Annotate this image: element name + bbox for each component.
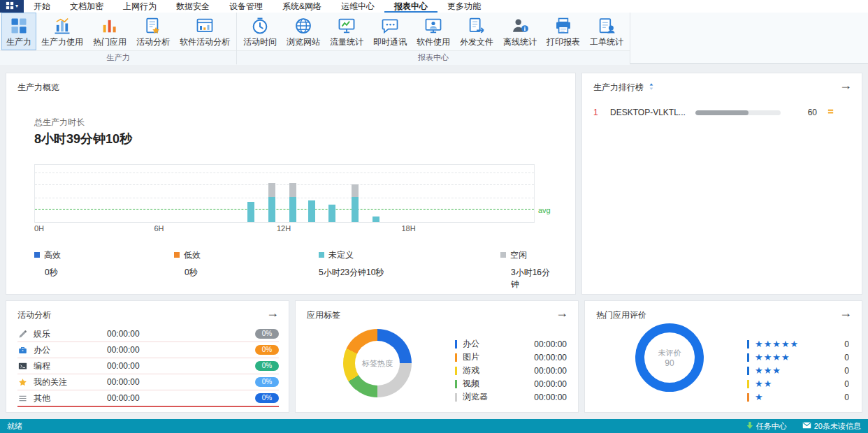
chart-bar: [328, 165, 335, 222]
ribbon-button-label: 工单统计: [590, 36, 623, 48]
legend-value: 0秒: [185, 267, 201, 279]
card-title: 活动分析: [17, 309, 51, 321]
menu-tab-更多功能[interactable]: 更多功能: [437, 0, 491, 13]
card-title: 生产力排行榜: [593, 82, 654, 94]
tag-label: 浏览器: [463, 391, 488, 403]
computer-name: DESKTOP-VLKTL...: [610, 108, 695, 117]
traffic-stats-icon: [337, 16, 356, 36]
legend-value: 0秒: [45, 267, 61, 279]
open-arrow-icon[interactable]: →: [839, 307, 852, 319]
activity-time: 00:00:00: [107, 377, 191, 387]
ribbon-button-productivity[interactable]: 生产力: [1, 13, 36, 50]
ribbon-button-activity-analysis[interactable]: 活动分析: [131, 13, 175, 50]
menu-tab-运维中心[interactable]: 运维中心: [331, 0, 384, 13]
app-menu-button[interactable]: ▾: [0, 0, 24, 13]
focus-icon: [17, 377, 28, 388]
activity-percent-badge: 0%: [255, 377, 279, 387]
menu-tab-文档加密[interactable]: 文档加密: [60, 0, 113, 13]
menu-tab-设备管理[interactable]: 设备管理: [219, 0, 273, 13]
gridline: [35, 198, 534, 198]
detail-icon[interactable]: [827, 108, 834, 117]
star-icons: ★: [755, 392, 764, 402]
entertainment-icon: [17, 329, 28, 339]
hot-apps-icon: [100, 16, 120, 36]
x-tick-label: 0H: [34, 224, 44, 233]
ribbon-button-activity-time[interactable]: 活动时间: [238, 13, 282, 50]
menu-tab-开始[interactable]: 开始: [24, 0, 60, 13]
menu-tab-系统&网络[interactable]: 系统&网络: [273, 0, 331, 13]
legend-swatch: [319, 252, 324, 258]
ribbon-button-print-report[interactable]: 打印报表: [542, 13, 585, 50]
ribbon-group-label: 生产力: [0, 50, 236, 65]
legend-label: 高效: [44, 250, 61, 260]
ribbon-group-1: 生产力生产力使用热门应用活动分析软件活动分析生产力: [0, 13, 237, 63]
ribbon-button-work-order[interactable]: 工单统计: [585, 13, 628, 50]
legend-label: 空闲: [510, 250, 527, 260]
task-center-button[interactable]: 任务中心: [746, 421, 787, 432]
x-tick-label: 6H: [154, 224, 164, 233]
ribbon-button-productivity-usage[interactable]: 生产力使用: [36, 13, 88, 50]
legend-marker: [747, 393, 749, 402]
productivity-icon: [9, 16, 29, 36]
menu-bar: ▾ 开始文档加密上网行为数据安全设备管理系统&网络运维中心报表中心更多功能: [0, 0, 868, 13]
ribbon-button-label: 软件使用: [417, 36, 450, 48]
unread-messages-label: 20条未读信息: [814, 421, 861, 432]
software-activity-icon: [195, 16, 215, 36]
ribbon-button-browse-web[interactable]: 浏览网站: [282, 13, 325, 50]
ribbon-button-hot-apps[interactable]: 热门应用: [88, 13, 131, 50]
chart-legend: 高效0秒低效0秒未定义5小时23分钟10秒空闲3小时16分钟: [34, 249, 551, 284]
tag-time: 00:00:00: [534, 353, 567, 362]
chart-bar: [372, 165, 379, 222]
bar-segment-idle: [289, 183, 296, 197]
activity-percent-badge: 0%: [255, 345, 279, 355]
bar-segment-idle: [268, 183, 275, 197]
chart-bar: [268, 165, 275, 222]
rating-row-3-star: ★★★0: [747, 364, 849, 377]
legend-marker: [455, 340, 457, 348]
activity-label: 其他: [34, 392, 107, 404]
menu-tab-上网行为[interactable]: 上网行为: [113, 0, 166, 13]
rating-count: 0: [844, 366, 849, 376]
ribbon-button-software-usage[interactable]: 软件使用: [412, 13, 455, 50]
download-arrow-icon: [746, 421, 753, 431]
ranking-row[interactable]: 1 DESKTOP-VLKTL... 60: [593, 105, 852, 119]
activity-label: 办公: [34, 344, 107, 356]
open-arrow-icon[interactable]: →: [556, 307, 568, 319]
activity-time: 00:00:00: [107, 361, 191, 371]
rating-row-2-star: ★★0: [747, 377, 849, 390]
tags-donut: 标签热度: [343, 329, 412, 397]
activity-row-编程[interactable]: 编程00:00:000%: [17, 358, 279, 374]
tags-legend: 办公00:00:00图片00:00:00游戏00:00:00视频00:00:00…: [455, 337, 567, 404]
activity-analysis-icon: [143, 16, 163, 36]
mail-icon: [802, 422, 811, 430]
app-rating-card: 热门应用评价 → 未评价 90 ★★★★★0★★★★0★★★0★★0★0: [584, 300, 862, 413]
ribbon-button-label: 外发文件: [460, 36, 493, 48]
other-icon: [17, 393, 28, 404]
x-tick-label: 12H: [277, 224, 291, 233]
menu-tab-报表中心[interactable]: 报表中心: [384, 0, 437, 13]
total-productivity-label: 总生产力时长: [34, 117, 85, 129]
open-arrow-icon[interactable]: →: [839, 79, 852, 91]
rating-row-1-star: ★0: [747, 390, 849, 404]
ribbon-button-offline-stats[interactable]: 离线统计: [498, 13, 542, 50]
sort-icon[interactable]: [649, 83, 654, 93]
activity-row-我的关注[interactable]: 我的关注00:00:000%: [17, 374, 279, 390]
app-menu-grid-icon: [6, 0, 14, 13]
unread-messages-button[interactable]: 20条未读信息: [802, 421, 861, 432]
activity-row-其他[interactable]: 其他00:00:000%: [17, 390, 279, 407]
ribbon-button-software-activity[interactable]: 软件活动分析: [175, 13, 235, 50]
ribbon-button-label: 生产力: [6, 36, 31, 48]
gridline: [35, 173, 534, 173]
ribbon-button-outgoing-files[interactable]: 外发文件: [455, 13, 498, 50]
activity-row-娱乐[interactable]: 娱乐00:00:000%: [17, 326, 279, 342]
activity-time: 00:00:00: [107, 393, 191, 403]
menu-tab-数据安全[interactable]: 数据安全: [166, 0, 219, 13]
ribbon-button-traffic-stats[interactable]: 流量统计: [325, 13, 368, 50]
ribbon-button-instant-messaging[interactable]: 即时通讯: [368, 13, 412, 50]
activity-row-办公[interactable]: 办公00:00:000%: [17, 342, 279, 358]
status-bar: 就绪 任务中心 20条未读信息: [0, 419, 868, 433]
open-arrow-icon[interactable]: →: [266, 307, 279, 319]
rating-count: 0: [844, 392, 849, 402]
tag-time: 00:00:00: [534, 379, 567, 389]
chevron-down-icon: ▾: [15, 3, 18, 9]
